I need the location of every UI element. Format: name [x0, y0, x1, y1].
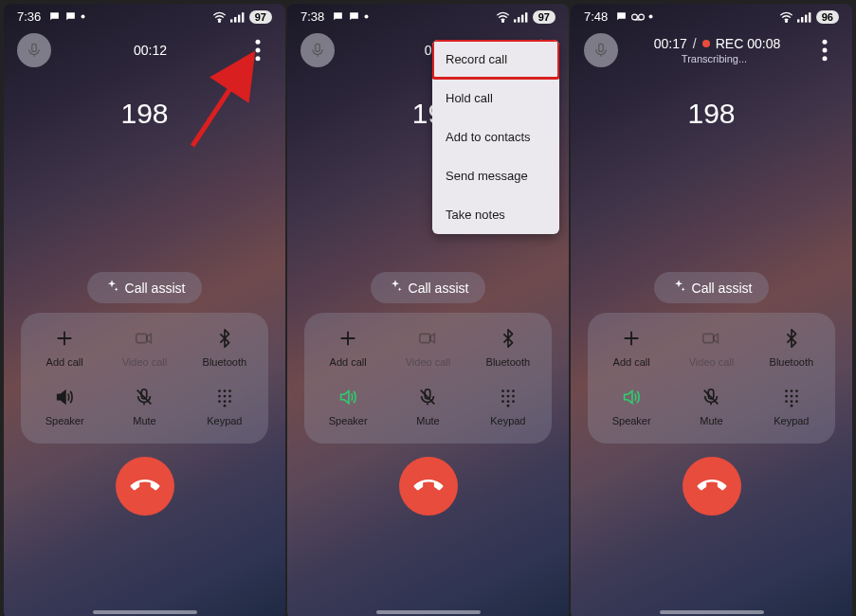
svg-rect-32 [420, 334, 430, 342]
add-call-label: Add call [613, 356, 650, 368]
avatar[interactable] [584, 33, 618, 67]
menu-item-hold call[interactable]: Hold call [432, 79, 559, 118]
mute-button[interactable]: Mute [388, 385, 467, 426]
mute-button[interactable]: Mute [104, 385, 184, 426]
clock: 7:36 [17, 9, 41, 24]
action-grid: Add callVideo callBluetoothSpeakerMuteKe… [21, 313, 268, 444]
add-call-button[interactable]: Add call [25, 326, 104, 368]
speaker-button[interactable]: Speaker [592, 385, 671, 426]
call-assist-button[interactable]: Call assist [371, 272, 486, 303]
bluetooth-button[interactable]: Bluetooth [185, 326, 264, 368]
call-duration: 00:17 [654, 36, 687, 51]
avatar[interactable] [301, 33, 335, 67]
home-indicator[interactable] [376, 610, 481, 614]
bluetooth-label: Bluetooth [770, 356, 813, 368]
svg-rect-2 [230, 19, 232, 22]
call-assist-button[interactable]: Call assist [87, 272, 203, 303]
call-assist-button[interactable]: Call assist [654, 272, 770, 303]
speaker-icon [52, 385, 77, 409]
video-call-label: Video call [122, 356, 168, 368]
bluetooth-icon [779, 326, 804, 351]
more-status-icon [81, 14, 85, 19]
svg-point-14 [228, 390, 231, 392]
rec-time: REC 00:08 [716, 36, 780, 51]
clock: 7:38 [301, 9, 324, 24]
mute-button[interactable]: Mute [671, 385, 751, 426]
keypad-icon [496, 385, 520, 409]
signal-icon [514, 11, 529, 23]
more-button[interactable] [810, 36, 839, 64]
mute-label: Mute [133, 415, 155, 426]
video-call-button: Video call [671, 326, 751, 368]
keypad-button[interactable]: Keypad [752, 385, 831, 426]
svg-rect-56 [703, 334, 714, 342]
speaker-button[interactable]: Speaker [308, 385, 388, 426]
video-icon [415, 326, 440, 351]
hangup-button[interactable] [683, 457, 741, 516]
svg-rect-52 [599, 44, 604, 51]
add-call-button[interactable]: Add call [308, 326, 388, 368]
svg-rect-51 [809, 12, 810, 22]
more-status-icon [364, 14, 369, 19]
svg-point-22 [365, 15, 369, 19]
svg-point-9 [256, 56, 261, 61]
menu-item-add to contacts[interactable]: Add to contacts [432, 118, 559, 156]
contact-name: 198 [571, 98, 852, 130]
bluetooth-button[interactable]: Bluetooth [468, 326, 548, 368]
wifi-icon [496, 11, 510, 23]
signal-icon [797, 11, 812, 23]
menu-item-take notes[interactable]: Take notes [432, 195, 559, 234]
more-button[interactable] [244, 36, 272, 64]
video-icon [699, 326, 723, 351]
call-assist-label: Call assist [692, 281, 753, 296]
svg-point-55 [823, 56, 828, 61]
call-duration: 00:12 [134, 43, 167, 58]
call-info: 00:12 [59, 43, 236, 58]
plus-icon [336, 326, 360, 351]
svg-point-44 [632, 14, 638, 20]
home-indicator[interactable] [93, 610, 197, 614]
svg-point-34 [501, 390, 504, 392]
speaker-label: Speaker [612, 415, 651, 426]
phone-screen: 7:489600:17/REC 00:08Transcribing...198C… [571, 4, 852, 616]
speaker-icon [336, 385, 360, 409]
status-bar: 7:3897 [287, 4, 569, 26]
svg-point-8 [256, 48, 261, 53]
keypad-button[interactable]: Keypad [468, 385, 548, 426]
hangup-button[interactable] [399, 457, 458, 516]
svg-point-39 [512, 395, 515, 398]
sparkle-icon [671, 279, 686, 297]
battery-indicator: 97 [533, 10, 555, 24]
contact-name: 198 [4, 98, 285, 130]
svg-rect-24 [514, 19, 516, 22]
svg-point-54 [823, 48, 828, 53]
svg-point-45 [639, 14, 645, 20]
svg-point-16 [223, 395, 226, 398]
mute-label: Mute [700, 415, 722, 426]
svg-point-46 [649, 15, 653, 19]
avatar[interactable] [17, 33, 51, 67]
keypad-label: Keypad [490, 415, 525, 426]
svg-rect-5 [242, 12, 244, 22]
keypad-button[interactable]: Keypad [185, 385, 264, 426]
svg-point-37 [501, 395, 504, 398]
home-indicator[interactable] [660, 610, 764, 614]
sparkle-icon [388, 279, 403, 297]
keypad-label: Keypad [207, 415, 242, 426]
hangup-button[interactable] [116, 457, 174, 516]
add-call-button[interactable]: Add call [592, 326, 671, 368]
menu-item-record call[interactable]: Record call [432, 40, 559, 80]
menu-item-send message[interactable]: Send message [432, 156, 559, 195]
speaker-button[interactable]: Speaker [25, 385, 104, 426]
signal-icon [230, 11, 246, 23]
svg-point-43 [506, 405, 509, 408]
svg-point-47 [785, 20, 787, 22]
bluetooth-button[interactable]: Bluetooth [752, 326, 831, 368]
chat-status-icon [332, 10, 344, 23]
status-bar: 7:3697 [4, 4, 285, 26]
svg-point-67 [790, 405, 792, 408]
bluetooth-label: Bluetooth [203, 356, 246, 368]
svg-point-18 [218, 400, 221, 403]
video-icon [132, 326, 156, 351]
svg-point-23 [501, 20, 503, 22]
